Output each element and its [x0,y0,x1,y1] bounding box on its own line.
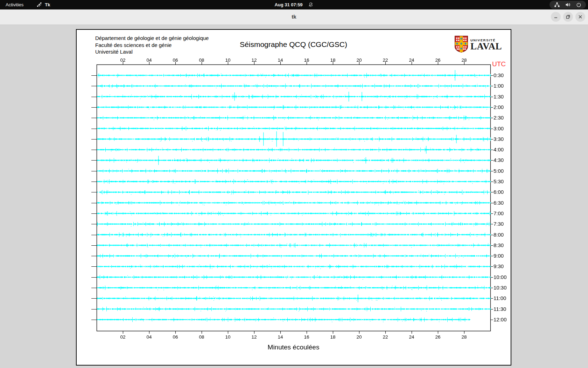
close-button[interactable] [575,12,585,22]
x-tick-label-top: 22 [383,57,388,63]
time-label: 11:00 [493,295,506,301]
x-tick-label-bottom: 22 [383,334,388,340]
time-label: 8:30 [493,242,504,248]
window-title: tk [0,14,588,20]
tk-app-icon [37,2,42,7]
volume-icon [565,2,571,7]
time-label: 6:00 [493,189,504,195]
clock-label: Aug 31 07:59 [274,2,302,7]
top-bar: Activities Tk Aug 31 07:59 [0,0,588,9]
x-tick-label-top: 08 [199,57,204,63]
x-tick-label-top: 26 [435,57,440,63]
x-tick-label-bottom: 10 [225,334,230,340]
time-label: 7:30 [493,221,504,227]
seismograph-page: Département de géologie et de génie géol… [76,29,511,366]
x-axis-title: Minutes écoulées [97,343,490,351]
x-tick-label-bottom: 20 [356,334,362,340]
x-tick-label-top: 20 [356,57,362,63]
x-tick-label-bottom: 26 [435,334,440,340]
window-content: Département de géologie et de génie géol… [0,25,588,368]
time-label: 10:30 [493,285,507,291]
x-tick-label-bottom: 14 [278,334,283,340]
x-tick-label-bottom: 28 [461,334,467,340]
time-label: 4:30 [493,157,504,163]
minimize-icon [554,15,558,19]
tk-app-menu[interactable]: Tk [37,2,50,7]
tk-app-label: Tk [45,2,50,7]
x-tick-label-bottom: 04 [146,334,152,340]
time-label: 2:00 [493,104,504,110]
time-label: 4:00 [493,146,504,152]
x-tick-label-bottom: 02 [120,334,125,340]
time-label: 6:30 [493,200,504,206]
time-label: 2:30 [493,115,504,121]
seismogram-plot [77,30,511,365]
time-label: 5:30 [493,178,504,184]
x-tick-label-top: 12 [251,57,257,63]
desktop: Activities Tk Aug 31 07:59 [0,0,588,368]
x-tick-label-top: 06 [173,57,178,63]
x-tick-label-top: 16 [304,57,309,63]
time-label: 7:00 [493,210,504,216]
time-label: 10:00 [493,274,507,280]
network-wired-icon [554,2,560,7]
clock-button[interactable]: Aug 31 07:59 [274,2,313,7]
time-label: 1:30 [493,94,504,100]
notifications-muted-icon [308,2,314,7]
time-label: 8:00 [493,232,504,238]
x-tick-label-bottom: 16 [304,334,309,340]
time-label: 9:00 [493,253,504,259]
x-tick-label-top: 18 [330,57,335,63]
time-label: 0:30 [493,72,504,78]
maximize-icon [566,15,570,19]
x-tick-label-bottom: 12 [251,334,257,340]
close-icon [578,15,582,19]
x-tick-label-bottom: 08 [199,334,204,340]
x-tick-label-top: 24 [409,57,414,63]
window-titlebar: tk [0,9,588,25]
x-tick-label-bottom: 18 [330,334,335,340]
x-tick-label-top: 14 [278,57,283,63]
system-tray[interactable] [550,1,586,9]
activities-button[interactable]: Activities [6,2,23,7]
time-label: 1:00 [493,83,504,89]
time-label: 3:00 [493,125,504,131]
time-label: 3:30 [493,136,504,142]
time-label: 5:00 [493,168,504,174]
x-tick-label-top: 04 [146,57,152,63]
x-tick-label-top: 02 [120,57,125,63]
x-tick-label-top: 28 [461,57,467,63]
x-tick-label-bottom: 06 [173,334,178,340]
time-label: 9:30 [493,263,504,269]
maximize-button[interactable] [563,12,573,22]
power-icon [576,2,581,7]
x-tick-label-top: 10 [225,57,230,63]
time-label: 11:30 [493,306,506,312]
x-tick-label-bottom: 24 [409,334,414,340]
minimize-button[interactable] [551,12,561,22]
time-label: 12:00 [493,316,507,322]
